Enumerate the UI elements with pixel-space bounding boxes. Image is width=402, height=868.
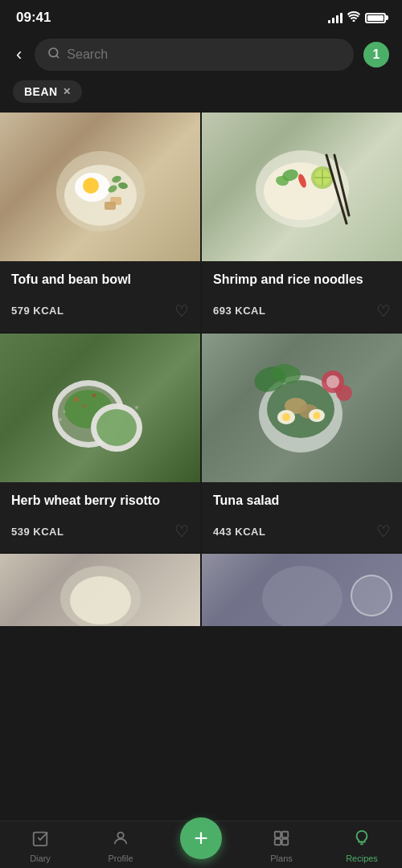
svg-point-26 bbox=[96, 409, 137, 446]
nav-item-profile[interactable]: Profile bbox=[80, 821, 161, 868]
filter-remove-icon[interactable]: ✕ bbox=[63, 86, 72, 97]
header: ‹ 1 bbox=[0, 32, 402, 80]
status-time: 09:41 bbox=[16, 10, 51, 26]
svg-point-40 bbox=[313, 412, 320, 420]
filter-label: BEAN bbox=[24, 85, 58, 98]
svg-point-0 bbox=[49, 48, 58, 57]
add-icon: + bbox=[194, 826, 208, 850]
search-icon bbox=[47, 47, 60, 63]
recipe-card-herb-wheat-berry-risotto[interactable]: Herb wheat berry risotto 539 KCAL ♡ bbox=[0, 334, 200, 553]
status-bar: 09:41 bbox=[0, 0, 402, 32]
recipe-bottom: 693 KCAL ♡ bbox=[213, 301, 391, 321]
plans-icon bbox=[273, 829, 290, 850]
recipe-card-shrimp-rice-noodles[interactable]: Shrimp and rice noodles 693 KCAL ♡ bbox=[202, 113, 402, 332]
svg-rect-52 bbox=[282, 832, 288, 837]
battery-icon bbox=[365, 13, 386, 23]
heart-icon[interactable]: ♡ bbox=[376, 301, 391, 321]
recipe-kcal: 443 KCAL bbox=[213, 526, 265, 538]
svg-line-1 bbox=[56, 55, 59, 58]
wifi-icon bbox=[347, 11, 360, 24]
svg-point-38 bbox=[282, 413, 290, 421]
nav-label-profile: Profile bbox=[108, 854, 133, 863]
recipes-icon bbox=[353, 829, 371, 850]
heart-icon[interactable]: ♡ bbox=[376, 522, 391, 541]
recipe-info: Tofu and bean bowl 579 KCAL ♡ bbox=[0, 261, 200, 332]
svg-rect-54 bbox=[282, 839, 288, 845]
svg-point-5 bbox=[83, 178, 99, 194]
search-input[interactable] bbox=[67, 47, 341, 62]
filter-row: BEAN ✕ bbox=[0, 80, 402, 113]
partial-recipe-row bbox=[0, 554, 402, 626]
recipe-image-herb bbox=[0, 334, 200, 482]
recipe-bottom: 579 KCAL ♡ bbox=[11, 301, 189, 321]
partial-card-left[interactable] bbox=[0, 554, 200, 626]
recipe-grid: Tofu and bean bowl 579 KCAL ♡ bbox=[0, 113, 402, 554]
filter-tag-bean[interactable]: BEAN ✕ bbox=[13, 80, 82, 103]
diary-icon bbox=[31, 829, 49, 850]
recipe-bottom: 539 KCAL ♡ bbox=[11, 522, 189, 541]
nav-item-recipes[interactable]: Recipes bbox=[322, 821, 402, 868]
recipe-info: Tuna salad 443 KCAL ♡ bbox=[202, 482, 402, 553]
bottom-nav: Diary Profile + bbox=[0, 821, 402, 868]
svg-rect-10 bbox=[105, 202, 116, 210]
partial-image-left bbox=[0, 554, 200, 626]
recipe-kcal: 579 KCAL bbox=[11, 305, 64, 317]
recipe-title: Herb wheat berry risotto bbox=[11, 492, 189, 510]
circle-overlay-button[interactable] bbox=[351, 575, 392, 616]
svg-point-42 bbox=[336, 385, 352, 401]
svg-point-29 bbox=[83, 404, 86, 407]
svg-point-31 bbox=[63, 411, 65, 413]
recipe-card-tofu-bean-bowl[interactable]: Tofu and bean bowl 579 KCAL ♡ bbox=[0, 113, 200, 332]
add-button[interactable]: + bbox=[180, 817, 222, 859]
recipe-info: Herb wheat berry risotto 539 KCAL ♡ bbox=[0, 482, 200, 553]
recipe-info: Shrimp and rice noodles 693 KCAL ♡ bbox=[202, 261, 402, 332]
nav-label-recipes: Recipes bbox=[346, 854, 378, 863]
svg-point-28 bbox=[92, 394, 96, 398]
svg-point-30 bbox=[59, 418, 62, 421]
status-icons bbox=[328, 11, 386, 24]
recipe-card-tuna-salad[interactable]: Tuna salad 443 KCAL ♡ bbox=[202, 334, 402, 553]
svg-rect-53 bbox=[275, 839, 281, 845]
recipe-bottom: 443 KCAL ♡ bbox=[213, 522, 391, 541]
search-bar[interactable] bbox=[35, 39, 354, 71]
heart-icon[interactable]: ♡ bbox=[174, 301, 189, 321]
partial-card-right[interactable] bbox=[202, 554, 402, 626]
nav-label-plans: Plans bbox=[270, 854, 293, 863]
bottom-nav-area: Diary Profile + bbox=[0, 854, 402, 868]
svg-point-47 bbox=[70, 576, 131, 624]
svg-point-27 bbox=[74, 397, 79, 402]
profile-icon bbox=[112, 829, 129, 850]
svg-point-32 bbox=[135, 406, 138, 409]
heart-icon[interactable]: ♡ bbox=[174, 522, 189, 541]
recipe-kcal: 539 KCAL bbox=[11, 526, 64, 538]
svg-point-43 bbox=[326, 375, 339, 388]
svg-point-50 bbox=[117, 833, 123, 838]
nav-label-diary: Diary bbox=[30, 854, 51, 863]
nav-item-diary[interactable]: Diary bbox=[0, 821, 80, 868]
nav-item-plans[interactable]: Plans bbox=[241, 821, 322, 868]
recipe-kcal: 693 KCAL bbox=[213, 305, 265, 317]
recipe-title: Tofu and bean bowl bbox=[11, 271, 189, 289]
badge-count[interactable]: 1 bbox=[363, 42, 389, 68]
recipe-image-tuna bbox=[202, 334, 402, 482]
svg-rect-51 bbox=[275, 832, 281, 837]
nav-item-add[interactable]: + bbox=[161, 821, 241, 868]
signal-icon bbox=[328, 12, 343, 23]
svg-point-48 bbox=[262, 566, 343, 626]
recipe-title: Tuna salad bbox=[213, 492, 391, 510]
recipe-title: Shrimp and rice noodles bbox=[213, 271, 391, 289]
back-button[interactable]: ‹ bbox=[13, 41, 25, 68]
recipe-image-shrimp bbox=[202, 113, 402, 261]
recipe-image-tofu bbox=[0, 113, 200, 261]
